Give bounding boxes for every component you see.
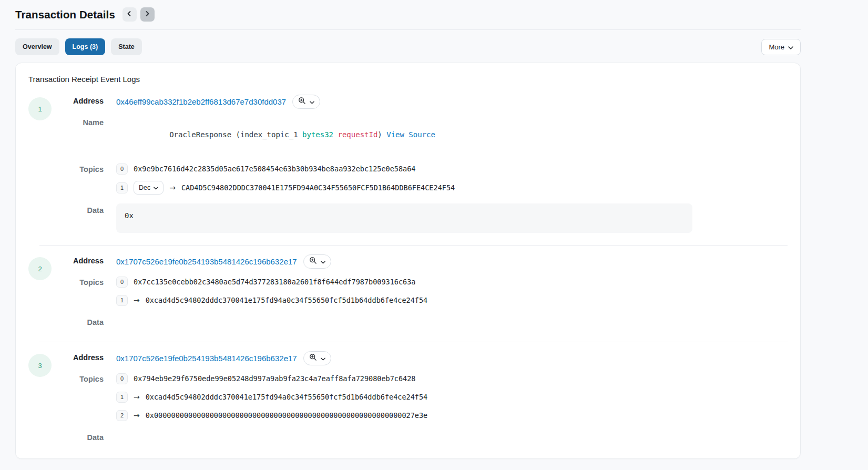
next-transaction-button[interactable] xyxy=(140,7,155,22)
data-label: Data xyxy=(52,315,104,330)
topic-index-badge: 2 xyxy=(116,410,128,421)
topic-index-badge: 1 xyxy=(116,295,128,306)
more-dropdown-button[interactable]: More xyxy=(761,39,801,55)
log-index-badge: 1 xyxy=(28,97,52,120)
topic-hash: 0xcad4d5c94802dddc370041e175fd94a0c34f55… xyxy=(146,393,427,401)
topic-row: 1 Dec → CAD4D5C94802DDDC370041E175FD94A0… xyxy=(116,181,788,195)
arrow-right-icon: → xyxy=(134,296,140,304)
log-address-link[interactable]: 0x1707c526e19fe0b254193b5481426c196b632e… xyxy=(116,354,297,363)
log-entry-2: 2 Address 0x1707c526e19fe0b254193b548142… xyxy=(28,254,788,330)
chevron-right-icon xyxy=(144,11,150,18)
transaction-details-page: Transaction Details Overview Logs (3) St… xyxy=(0,0,868,470)
topic-hash: 0x7cc135e0cebb02c3480ae5d74d377283180a26… xyxy=(134,278,415,286)
topic-row: 1 → 0xcad4d5c94802dddc370041e175fd94a0c3… xyxy=(116,391,788,403)
log-data-value: 0x xyxy=(116,203,692,233)
log-index-badge: 2 xyxy=(28,257,52,280)
log-entry-1: 1 Address 0x46eff99cab332f1b2eb2ff6813d6… xyxy=(28,94,788,233)
chevron-left-icon xyxy=(126,11,132,18)
topics-label: Topics xyxy=(52,372,104,386)
log-divider xyxy=(39,342,788,342)
topic-row: 0 0x9e9bc7616d42c2835d05ae617e508454e63b… xyxy=(116,162,788,175)
topic-row: 0 0x7cc135e0cebb02c3480ae5d74d377283180a… xyxy=(116,275,788,288)
data-label: Data xyxy=(52,431,104,445)
topics-label: Topics xyxy=(52,162,104,177)
tx-nav-buttons xyxy=(122,7,155,22)
topic-index-badge: 1 xyxy=(116,182,128,193)
address-label: Address xyxy=(52,94,104,108)
log-entry-3: 3 Address 0x1707c526e19fe0b254193b548142… xyxy=(28,351,788,445)
arrow-right-icon: → xyxy=(134,411,140,420)
event-signature: OracleResponse (index_topic_1 bytes32 re… xyxy=(116,116,788,154)
topic-index-badge: 0 xyxy=(116,164,128,175)
page-title: Transaction Details xyxy=(15,8,115,21)
topic-index-badge: 1 xyxy=(116,392,128,403)
previous-transaction-button[interactable] xyxy=(122,7,137,22)
topic-hash: 0x9e9bc7616d42c2835d05ae617e508454e63b30… xyxy=(134,165,415,173)
topic-row: 1 → 0xcad4d5c94802dddc370041e175fd94a0c3… xyxy=(116,294,788,306)
topic-row: 0 0x794eb9e29f6750ede99e05248d997a9ab9fa… xyxy=(116,372,788,385)
event-logs-card: Transaction Receipt Event Logs 1 Address… xyxy=(15,63,801,459)
topic-hash: CAD4D5C94802DDDC370041E175FD94A0C34F5565… xyxy=(181,183,455,192)
address-zoom-dropdown-button[interactable] xyxy=(303,351,331,365)
chevron-down-icon xyxy=(321,354,325,362)
more-label: More xyxy=(769,43,784,51)
topic-index-badge: 0 xyxy=(116,373,128,384)
chevron-down-icon xyxy=(154,184,158,191)
topic-hash: 0x00000000000000000000000000000000000000… xyxy=(146,411,427,420)
address-zoom-dropdown-button[interactable] xyxy=(292,95,320,109)
chevron-down-icon xyxy=(310,98,314,106)
address-label: Address xyxy=(52,254,104,268)
arrow-right-icon: → xyxy=(169,183,176,192)
address-zoom-dropdown-button[interactable] xyxy=(303,254,331,269)
topic-hash: 0x794eb9e29f6750ede99e05248d997a9ab9fa23… xyxy=(134,374,415,383)
tab-bar: Overview Logs (3) State xyxy=(15,38,142,55)
tab-state[interactable]: State xyxy=(111,38,142,55)
page-header: Transaction Details xyxy=(0,7,868,22)
topic-decode-dropdown[interactable]: Dec xyxy=(134,181,164,195)
magnifier-plus-icon xyxy=(309,353,317,363)
name-label: Name xyxy=(52,116,104,130)
chevron-down-icon xyxy=(321,258,325,265)
tab-logs[interactable]: Logs (3) xyxy=(65,38,106,55)
topic-hash: 0xcad4d5c94802dddc370041e175fd94a0c34f55… xyxy=(146,296,427,304)
magnifier-plus-icon xyxy=(298,97,306,106)
log-divider xyxy=(39,245,788,246)
topics-label: Topics xyxy=(52,275,104,290)
header-divider xyxy=(15,29,801,30)
log-address-link[interactable]: 0x46eff99cab332f1b2eb2ff6813d67e7d30fdd0… xyxy=(116,97,286,106)
topic-row: 2 → 0x0000000000000000000000000000000000… xyxy=(116,409,788,422)
topic-index-badge: 0 xyxy=(116,277,128,288)
tab-overview[interactable]: Overview xyxy=(15,38,59,55)
param-name: requestId xyxy=(338,130,377,139)
card-title: Transaction Receipt Event Logs xyxy=(28,75,788,84)
chevron-down-icon xyxy=(788,43,793,51)
magnifier-plus-icon xyxy=(309,257,317,266)
tabs-row: Overview Logs (3) State More xyxy=(15,38,801,55)
arrow-right-icon: → xyxy=(134,393,140,401)
event-name: OracleResponse (index_topic_1 xyxy=(169,130,302,139)
param-type: bytes32 xyxy=(302,130,333,139)
address-label: Address xyxy=(52,351,104,365)
log-index-badge: 3 xyxy=(28,354,52,377)
view-source-link[interactable]: View Source xyxy=(386,130,435,139)
log-address-link[interactable]: 0x1707c526e19fe0b254193b5481426c196b632e… xyxy=(116,257,297,266)
data-label: Data xyxy=(52,203,104,218)
